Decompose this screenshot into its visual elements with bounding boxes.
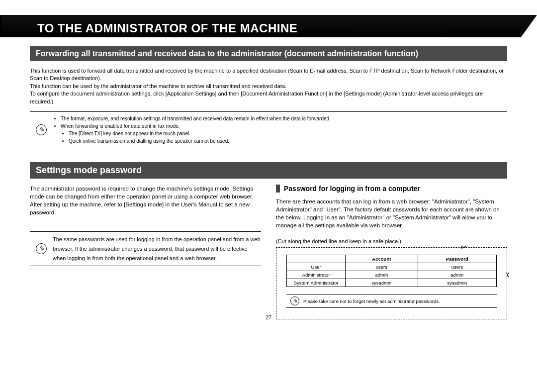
table-cell: users xyxy=(418,263,496,271)
note-subitem: Quick online transmission and dialling u… xyxy=(69,137,507,145)
cutout-note-box: ✎ Please take care not to forget newly s… xyxy=(286,294,497,308)
table-cell: User xyxy=(287,263,346,271)
pencil-icon: ✎ xyxy=(36,243,47,254)
two-column-layout: The administrator password is required t… xyxy=(30,185,507,319)
settings-header: Settings mode password xyxy=(30,162,507,179)
table-cell: admin xyxy=(418,271,496,279)
forwarding-p2: This function can be used by the adminis… xyxy=(30,83,286,89)
table-row: User users users xyxy=(287,263,497,271)
table-header-row: Account Password xyxy=(287,255,497,263)
table-header xyxy=(287,255,346,263)
forwarding-header: Forwarding all transmitted and received … xyxy=(30,46,507,61)
settings-left-note-box: ✎ The same passwords are used for loggin… xyxy=(30,231,261,266)
forwarding-note-box: ✎ The format, exposure, and resolution s… xyxy=(30,111,507,148)
password-table: Account Password User users users Admini… xyxy=(286,255,497,287)
table-cell: admin xyxy=(346,271,418,279)
table-row: Administrator admin admin xyxy=(287,271,497,279)
forwarding-p1: This function is used to forward all dat… xyxy=(30,68,504,81)
cut-instructions: (Cut along the dotted line and keep in a… xyxy=(276,238,507,244)
right-subheading: Password for logging in from a computer xyxy=(276,185,507,193)
cutout-note-text: Please take care not to forget newly set… xyxy=(303,298,440,304)
note-subitem: The [Direct TX] key does not appear in t… xyxy=(69,130,507,137)
note-item: The format, exposure, and resolution set… xyxy=(61,115,507,122)
pencil-icon: ✎ xyxy=(36,124,47,135)
table-cell: Administrator xyxy=(287,271,346,279)
scissors-icon: ✂ xyxy=(461,243,467,251)
page-banner: To the Administrator of the Machine xyxy=(30,15,507,37)
document-page: To the Administrator of the Machine Forw… xyxy=(0,0,537,329)
pencil-icon: ✎ xyxy=(290,296,299,305)
table-cell: sysadmin xyxy=(418,279,496,287)
table-header: Password xyxy=(418,255,496,263)
note-item: When forwarding is enabled for data sent… xyxy=(61,122,507,145)
table-cell: sysadmin xyxy=(346,279,418,287)
left-column: The administrator password is required t… xyxy=(30,185,261,280)
settings-right-p1: There are three accounts that can log in… xyxy=(276,197,507,229)
table-cell: System Administrator xyxy=(287,279,346,287)
scissors-icon: ✂ xyxy=(504,272,512,278)
table-row: System Administrator sysadmin sysadmin xyxy=(287,279,497,287)
table-header: Account xyxy=(346,255,418,263)
forwarding-notes: The format, exposure, and resolution set… xyxy=(53,115,507,145)
settings-left-note: The same passwords are used for logging … xyxy=(53,235,261,263)
settings-left-p1: The administrator password is required t… xyxy=(30,185,261,216)
table-cell: users xyxy=(346,263,418,271)
banner-title: To the Administrator of the Machine xyxy=(30,15,507,39)
right-column: Password for logging in from a computer … xyxy=(276,185,507,319)
forwarding-p3: To configure the document administration… xyxy=(30,91,483,104)
cutout-box: ✂ ✂ Account Password User users xyxy=(276,247,507,319)
page-number: 27 xyxy=(266,314,271,320)
forwarding-body: This function is used to forward all dat… xyxy=(30,67,507,105)
